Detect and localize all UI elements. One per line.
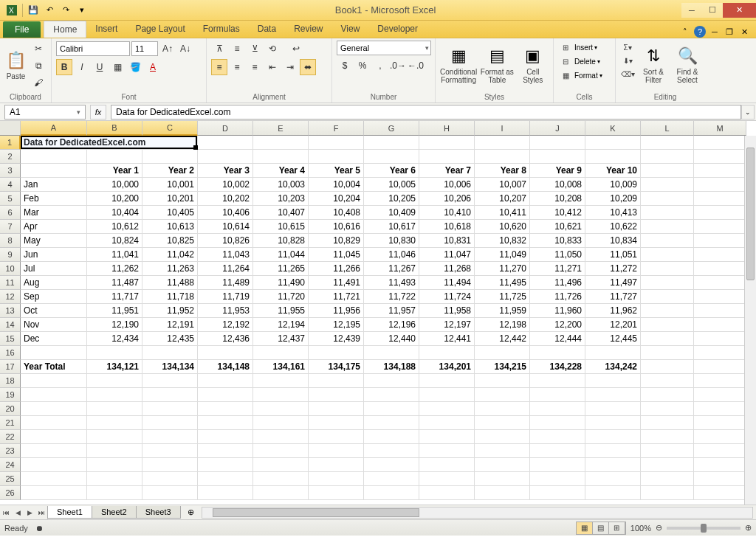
cell-B9[interactable]: 11,041: [87, 248, 142, 262]
cell-G12[interactable]: 11,722: [364, 290, 419, 304]
cell-K25[interactable]: [585, 472, 641, 486]
cell-A19[interactable]: [21, 388, 87, 402]
cell-G10[interactable]: 11,267: [364, 262, 419, 276]
cell-K11[interactable]: 11,497: [585, 276, 641, 290]
cell-D3[interactable]: Year 3: [198, 164, 253, 178]
cell-A12[interactable]: Sep: [21, 290, 87, 304]
cell-J2[interactable]: [530, 150, 585, 164]
cell-A22[interactable]: [21, 430, 87, 444]
cell-J16[interactable]: [530, 346, 585, 360]
cell-A9[interactable]: Jun: [21, 248, 87, 262]
cell-J5[interactable]: 10,208: [530, 192, 585, 206]
cell-I12[interactable]: 11,725: [475, 290, 530, 304]
cell-H20[interactable]: [419, 402, 475, 416]
underline-button[interactable]: U: [92, 59, 108, 75]
cell-A4[interactable]: Jan: [21, 178, 87, 192]
cell-D10[interactable]: 11,264: [198, 262, 253, 276]
page-break-view-icon[interactable]: ⊞: [609, 522, 625, 534]
cell-K20[interactable]: [585, 402, 641, 416]
window-restore-icon[interactable]: ❐: [724, 26, 735, 38]
window-close-icon[interactable]: ✕: [738, 26, 750, 38]
cell-C14[interactable]: 12,191: [142, 318, 198, 332]
cell-A1[interactable]: Data for DedicatedExcel.com: [21, 136, 198, 150]
cell-F11[interactable]: 11,491: [309, 276, 364, 290]
scroll-thumb[interactable]: [746, 148, 755, 280]
cell-L7[interactable]: [641, 220, 694, 234]
cell-K24[interactable]: [585, 458, 641, 472]
col-header-B[interactable]: B: [87, 121, 142, 136]
prev-sheet-icon[interactable]: ◀: [12, 506, 24, 519]
cell-E21[interactable]: [253, 416, 309, 430]
cell-A25[interactable]: [21, 472, 87, 486]
row-header-6[interactable]: 6: [0, 206, 21, 220]
cell-C15[interactable]: 12,435: [142, 332, 198, 346]
cell-M14[interactable]: [694, 318, 746, 332]
cell-J21[interactable]: [530, 416, 585, 430]
cell-F18[interactable]: [309, 374, 364, 388]
cell-D12[interactable]: 11,719: [198, 290, 253, 304]
cell-K23[interactable]: [585, 444, 641, 458]
cell-L4[interactable]: [641, 178, 694, 192]
cell-A11[interactable]: Aug: [21, 276, 87, 290]
cell-E3[interactable]: Year 4: [253, 164, 309, 178]
cell-G1[interactable]: [364, 136, 419, 150]
cell-B26[interactable]: [87, 486, 142, 500]
cell-F26[interactable]: [309, 486, 364, 500]
cell-I8[interactable]: 10,832: [475, 234, 530, 248]
cell-C4[interactable]: 10,001: [142, 178, 198, 192]
font-size-input[interactable]: [131, 41, 158, 56]
cell-G8[interactable]: 10,830: [364, 234, 419, 248]
cell-F12[interactable]: 11,721: [309, 290, 364, 304]
cell-L20[interactable]: [641, 402, 694, 416]
row-header-25[interactable]: 25: [0, 472, 21, 486]
cell-D6[interactable]: 10,406: [198, 206, 253, 220]
page-layout-view-icon[interactable]: ▤: [593, 522, 609, 534]
indent-increase-icon[interactable]: ⇥: [282, 59, 298, 75]
cell-G9[interactable]: 11,046: [364, 248, 419, 262]
cell-H10[interactable]: 11,268: [419, 262, 475, 276]
cell-G13[interactable]: 11,957: [364, 304, 419, 318]
cell-I2[interactable]: [475, 150, 530, 164]
cell-G2[interactable]: [364, 150, 419, 164]
last-sheet-icon[interactable]: ⏭: [35, 506, 47, 519]
cell-D24[interactable]: [198, 458, 253, 472]
cell-H14[interactable]: 12,197: [419, 318, 475, 332]
cell-D22[interactable]: [198, 430, 253, 444]
col-header-G[interactable]: G: [364, 121, 419, 136]
cell-J13[interactable]: 11,960: [530, 304, 585, 318]
cell-I22[interactable]: [475, 430, 530, 444]
cell-D15[interactable]: 12,436: [198, 332, 253, 346]
cell-C23[interactable]: [142, 444, 198, 458]
cell-M23[interactable]: [694, 444, 746, 458]
minimize-button[interactable]: ─: [681, 3, 702, 18]
italic-button[interactable]: I: [74, 59, 90, 75]
cell-J9[interactable]: 11,050: [530, 248, 585, 262]
font-color-icon[interactable]: A: [145, 59, 161, 75]
close-button[interactable]: ✕: [723, 3, 756, 18]
cell-C17[interactable]: 134,134: [142, 360, 198, 374]
zoom-out-icon[interactable]: ⊖: [656, 523, 662, 533]
col-header-D[interactable]: D: [198, 121, 253, 136]
cell-F5[interactable]: 10,204: [309, 192, 364, 206]
cell-M11[interactable]: [694, 276, 746, 290]
cell-J4[interactable]: 10,008: [530, 178, 585, 192]
cell-F22[interactable]: [309, 430, 364, 444]
cell-H12[interactable]: 11,724: [419, 290, 475, 304]
horizontal-scrollbar[interactable]: [202, 507, 753, 519]
cell-G17[interactable]: 134,188: [364, 360, 419, 374]
cell-E20[interactable]: [253, 402, 309, 416]
col-header-J[interactable]: J: [530, 121, 585, 136]
cell-J1[interactable]: [530, 136, 585, 150]
cell-K1[interactable]: [585, 136, 641, 150]
cell-E6[interactable]: 10,407: [253, 206, 309, 220]
cell-A17[interactable]: Year Total: [21, 360, 87, 374]
cell-G16[interactable]: [364, 346, 419, 360]
cell-I4[interactable]: 10,007: [475, 178, 530, 192]
expand-formula-icon[interactable]: ⌄: [741, 105, 755, 119]
cell-C16[interactable]: [142, 346, 198, 360]
cell-F17[interactable]: 134,175: [309, 360, 364, 374]
cell-F8[interactable]: 10,829: [309, 234, 364, 248]
tab-page-layout[interactable]: Page Layout: [126, 21, 193, 38]
cell-C20[interactable]: [142, 402, 198, 416]
tab-home[interactable]: Home: [44, 21, 86, 38]
